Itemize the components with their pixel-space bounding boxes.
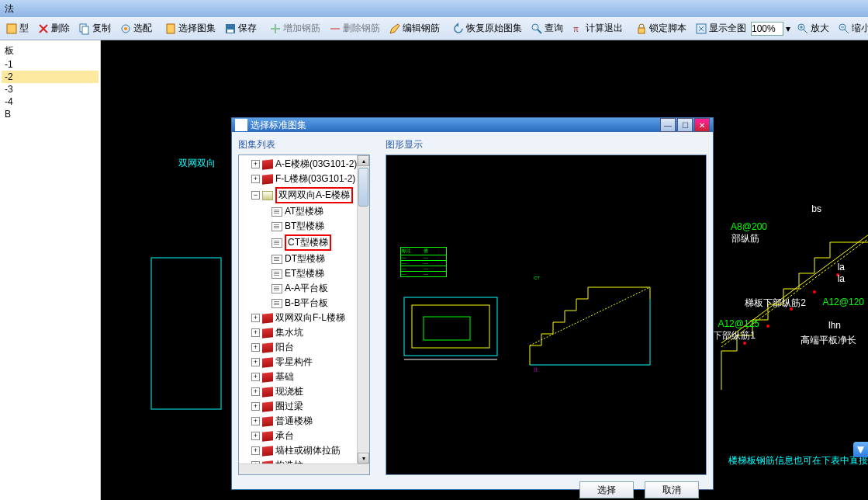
tree-node[interactable]: +A-E楼梯(03G101-2)	[251, 157, 368, 172]
expand-icon[interactable]: +	[251, 358, 260, 366]
tree-node[interactable]: +承台	[251, 429, 368, 443]
calc-exit-button[interactable]: π计算退出	[568, 19, 627, 37]
scroll-up-icon[interactable]: ▴	[358, 155, 369, 166]
book-open-icon	[262, 191, 273, 200]
expand-icon[interactable]: +	[251, 343, 260, 352]
lock-script-button[interactable]: 锁定脚本	[631, 19, 690, 37]
type-icon	[5, 23, 18, 35]
lock-icon	[635, 23, 648, 35]
expand-icon[interactable]: +	[251, 314, 260, 322]
list-item[interactable]: -2	[2, 71, 99, 83]
maximize-button[interactable]: ☐	[677, 118, 693, 132]
tree-leaf[interactable]: B-B平台板	[271, 296, 368, 311]
tree-node[interactable]: +F-L楼梯(03G101-2)	[251, 172, 368, 186]
cancel-button[interactable]: 取消	[645, 481, 699, 498]
tree-node[interactable]: +集水坑	[251, 325, 368, 340]
label-bottom1: 下部纵筋1	[713, 329, 756, 342]
expand-icon[interactable]: +	[251, 402, 260, 411]
collapse-icon[interactable]: −	[251, 191, 260, 200]
dialog-title: 选择标准图集	[251, 119, 306, 132]
close-button[interactable]: ✕	[694, 118, 710, 132]
dialog-icon	[235, 119, 247, 131]
zoom-dropdown[interactable]: ▾	[784, 21, 792, 36]
expand-icon[interactable]: +	[251, 432, 260, 440]
tree-node[interactable]: +现浇桩	[251, 384, 368, 399]
zoom-out-button[interactable]: 缩小	[834, 19, 868, 37]
tree-node[interactable]: −双网双向A-E楼梯	[251, 186, 368, 204]
tree-node[interactable]: +基础	[251, 370, 368, 384]
list-item[interactable]: B	[2, 108, 99, 120]
book-icon	[262, 328, 273, 338]
preview-box: 标注值 —— —— —— —— CT 注	[386, 155, 707, 475]
tree-node[interactable]: +双网双向F-L楼梯	[251, 311, 368, 325]
list-item[interactable]: -3	[2, 83, 99, 95]
dialog-footer: 选择 取消	[232, 481, 713, 498]
tree-leaf[interactable]: A-A平台板	[271, 281, 368, 296]
label-bs: bs	[811, 203, 821, 214]
tree-leaf[interactable]: AT型楼梯	[271, 204, 368, 219]
tree-h-scrollbar[interactable]	[239, 464, 369, 474]
tree-box[interactable]: +A-E楼梯(03G101-2) +F-L楼梯(03G101-2) −双网双向A…	[238, 155, 370, 475]
select-set-button[interactable]: 选择图集	[161, 19, 220, 37]
tree-leaf[interactable]: DT型楼梯	[271, 252, 368, 266]
list-item[interactable]: -4	[2, 95, 99, 108]
expand-icon[interactable]: +	[251, 160, 260, 168]
delete-button[interactable]: 删除	[33, 19, 74, 37]
expand-icon[interactable]: +	[251, 387, 260, 396]
expand-icon[interactable]: +	[251, 175, 260, 183]
expand-icon[interactable]: +	[251, 417, 260, 425]
match-button[interactable]: 选配	[116, 19, 156, 37]
expand-icon[interactable]: +	[251, 328, 260, 337]
list-item[interactable]: -1	[2, 58, 99, 71]
svg-rect-7	[227, 30, 233, 33]
tree-node[interactable]: +阳台	[251, 340, 368, 355]
book-icon	[262, 357, 273, 367]
svg-text:CT: CT	[534, 276, 540, 280]
tree-leaf[interactable]: CT型楼梯	[271, 234, 368, 252]
copy-button[interactable]: 复制	[74, 19, 115, 37]
tree-scrollbar[interactable]: ▴ ▾	[357, 155, 369, 464]
minimize-button[interactable]: —	[660, 118, 676, 132]
app-title: 法	[5, 2, 14, 16]
label-netlen: 高端平板净长	[801, 334, 856, 347]
zoom-input[interactable]	[751, 22, 783, 36]
corner-tab[interactable]: ⯆	[853, 442, 868, 457]
select-button[interactable]: 选择	[579, 481, 634, 498]
save-button[interactable]: 保存	[220, 19, 261, 37]
show-all-button[interactable]: 显示全图	[691, 19, 750, 37]
book-icon	[164, 23, 177, 35]
copy-icon	[78, 23, 91, 35]
tree-node[interactable]: +圈过梁	[251, 399, 368, 414]
label-lhn: lhn	[828, 320, 841, 331]
scroll-thumb[interactable]	[358, 168, 368, 207]
svg-point-17	[813, 290, 816, 293]
aux-frame	[147, 254, 225, 417]
svg-point-4	[124, 27, 127, 30]
svg-rect-10	[638, 28, 645, 33]
list-header: 图集列表	[238, 138, 378, 151]
expand-icon[interactable]: +	[251, 446, 260, 455]
tree-node[interactable]: +普通楼梯	[251, 414, 368, 429]
label-a12120: A12@120	[822, 297, 864, 307]
label-la: la	[838, 262, 845, 273]
select-set-dialog: 选择标准图集 — ☐ ✕ 图集列表 +A-E楼梯(03G101-2) +F-L楼…	[231, 117, 714, 490]
restore-set-button[interactable]: 恢复原始图集	[448, 19, 526, 37]
svg-rect-19	[151, 258, 221, 409]
expand-icon[interactable]: +	[251, 373, 260, 381]
del-rebar-button[interactable]: 删除钢筋	[325, 19, 384, 37]
scroll-down-icon[interactable]: ▾	[358, 453, 369, 464]
edit-rebar-button[interactable]: 编辑钢筋	[385, 19, 444, 37]
minus-icon	[329, 23, 341, 35]
type-button[interactable]: 型	[2, 19, 33, 37]
preview-table: 标注值 —— —— —— ——	[400, 247, 447, 276]
tree-leaf[interactable]: ET型楼梯	[271, 266, 368, 281]
dialog-titlebar[interactable]: 选择标准图集 — ☐ ✕	[232, 118, 713, 132]
tree-node[interactable]: +零星构件	[251, 355, 368, 370]
edit-icon	[389, 23, 401, 35]
zoom-in-button[interactable]: 放大	[793, 19, 833, 37]
query-button[interactable]: 查询	[527, 19, 567, 37]
add-rebar-button[interactable]: 增加钢筋	[265, 19, 324, 37]
tree-leaf[interactable]: BT型楼梯	[271, 219, 368, 234]
panel-head: 板	[2, 43, 99, 58]
tree-node[interactable]: +墙柱或砌体拉筋	[251, 443, 368, 458]
